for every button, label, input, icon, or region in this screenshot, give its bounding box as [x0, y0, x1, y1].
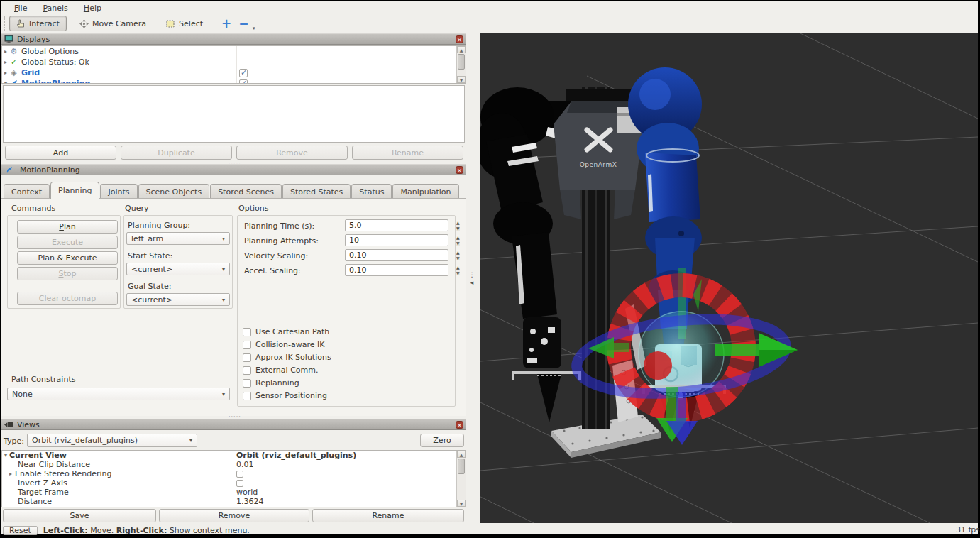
use-cartesian-path-checkbox[interactable]: [243, 328, 251, 336]
spin-buttons[interactable]: ▲▼: [456, 235, 460, 246]
rename-display-button[interactable]: Rename: [352, 146, 463, 160]
use-cartesian-path-option[interactable]: Use Cartesian Path: [243, 327, 329, 336]
remove-tool-dropdown-icon[interactable]: ▾: [253, 26, 255, 31]
scroll-down-icon[interactable]: ▼: [457, 500, 466, 507]
planning-attempts-input[interactable]: [346, 235, 456, 246]
tab-manipulation[interactable]: Manipulation: [392, 184, 458, 199]
menu-panels[interactable]: Panels: [35, 3, 75, 13]
select-tool-button[interactable]: Select: [159, 16, 210, 31]
displays-tree-scrollbar[interactable]: ▲ ▼: [456, 46, 466, 83]
statusbar: Reset Left-Click: Move. Right-Click: Sho…: [1, 525, 978, 535]
collision-aware-ik-checkbox[interactable]: [243, 341, 251, 349]
expander-icon[interactable]: ▸: [2, 48, 9, 55]
3d-viewport[interactable]: OpenArmX: [480, 33, 978, 523]
clear-octomap-button[interactable]: Clear octomap: [17, 292, 118, 305]
panel-collapse-handle[interactable]: ⋮◂: [468, 271, 475, 287]
toolbar-drag-handle[interactable]: [4, 16, 7, 31]
sensor-positioning-option[interactable]: Sensor Positioning: [243, 391, 327, 400]
views-tree-scrollbar[interactable]: ▲ ▼: [456, 451, 466, 507]
displays-close-icon[interactable]: ×: [456, 35, 463, 43]
stop-button[interactable]: Stop: [17, 267, 118, 280]
duplicate-display-button[interactable]: Duplicate: [121, 146, 232, 160]
tab-joints[interactable]: Joints: [100, 184, 137, 199]
views-panel-header[interactable]: Views ×: [1, 419, 466, 430]
scroll-down-icon[interactable]: ▼: [457, 76, 466, 83]
views-row-stereo[interactable]: ▸Enable Stereo Rendering: [2, 469, 466, 478]
add-display-button[interactable]: Add: [5, 146, 116, 160]
accel-scaling-input[interactable]: [346, 265, 456, 275]
spin-buttons[interactable]: ▲▼: [456, 265, 460, 275]
velocity-scaling-input[interactable]: [346, 250, 456, 260]
execute-button[interactable]: Execute: [17, 236, 118, 249]
replanning-checkbox[interactable]: [243, 379, 251, 388]
plan-and-execute-button[interactable]: Plan & Execute: [17, 251, 118, 265]
planning-attempts-spinbox[interactable]: ▲▼: [345, 234, 448, 246]
approx-ik-solutions-option[interactable]: Approx IK Solutions: [243, 353, 331, 362]
tab-planning[interactable]: Planning: [50, 182, 99, 199]
remove-display-button[interactable]: Remove: [236, 146, 348, 160]
scrollbar-thumb[interactable]: [458, 459, 465, 474]
motionplanning-close-icon[interactable]: ×: [456, 166, 463, 174]
sensor-positioning-checkbox[interactable]: [243, 392, 251, 400]
start-state-select[interactable]: <current>▾: [126, 263, 230, 275]
spin-buttons[interactable]: ▲▼: [456, 220, 460, 231]
expander-icon[interactable]: ▸: [2, 59, 9, 65]
views-row-target-frame[interactable]: Target Frame world: [2, 488, 466, 497]
planning-time-input[interactable]: [346, 220, 456, 231]
remove-tool-button[interactable]: −▾: [238, 16, 248, 31]
views-row-invert-z[interactable]: Invert Z Axis: [2, 478, 466, 488]
tree-row-motionplanning[interactable]: ▾ MotionPlanning: [2, 78, 466, 84]
planning-group-select[interactable]: left_arm▾: [126, 232, 230, 245]
motionplanning-enabled-checkbox[interactable]: [239, 79, 248, 84]
zero-button[interactable]: Zero: [420, 434, 464, 447]
grid-enabled-checkbox[interactable]: [239, 69, 248, 77]
accel-scaling-spinbox[interactable]: ▲▼: [345, 264, 448, 276]
stereo-rendering-checkbox[interactable]: [236, 471, 243, 478]
scroll-up-icon[interactable]: ▲: [457, 46, 466, 53]
scrollbar-thumb[interactable]: [458, 54, 465, 70]
tree-row-grid[interactable]: ▸ ◈ Grid: [2, 67, 466, 78]
save-view-button[interactable]: Save: [3, 509, 156, 522]
views-close-icon[interactable]: ×: [456, 421, 463, 429]
expander-icon[interactable]: ▾: [2, 452, 9, 459]
rename-view-button[interactable]: Rename: [312, 509, 464, 522]
replanning-option[interactable]: Replanning: [243, 378, 299, 388]
collision-aware-ik-option[interactable]: Collision-aware IK: [243, 340, 325, 349]
invert-z-axis-checkbox[interactable]: [236, 480, 243, 487]
menu-file[interactable]: File: [7, 3, 34, 13]
plan-button[interactable]: Plan: [17, 220, 118, 234]
external-comm-option[interactable]: External Comm.: [243, 366, 318, 375]
tab-context[interactable]: Context: [4, 184, 50, 199]
add-tool-button[interactable]: +: [221, 16, 231, 31]
tab-stored-scenes[interactable]: Stored Scenes: [210, 184, 282, 199]
views-row-distance[interactable]: Distance 1.3624: [2, 497, 466, 506]
interact-tool-button[interactable]: Interact: [9, 16, 67, 31]
spin-buttons[interactable]: ▲▼: [456, 250, 460, 260]
velocity-scaling-spinbox[interactable]: ▲▼: [345, 249, 448, 261]
displays-panel-header[interactable]: Displays ×: [1, 33, 466, 45]
commands-heading: Commands: [11, 204, 55, 213]
approx-ik-solutions-checkbox[interactable]: [243, 353, 251, 362]
path-constraints-select[interactable]: None▾: [7, 388, 230, 400]
external-comm-checkbox[interactable]: [243, 366, 251, 375]
planning-time-spinbox[interactable]: ▲▼: [345, 219, 448, 231]
gizmo-red-sphere[interactable]: [644, 351, 672, 380]
expander-icon[interactable]: ▾: [2, 80, 9, 84]
scroll-up-icon[interactable]: ▲: [457, 451, 466, 458]
expander-icon[interactable]: ▸: [2, 471, 9, 477]
remove-view-button[interactable]: Remove: [159, 509, 309, 522]
motionplanning-panel-header[interactable]: MotionPlanning ×: [1, 164, 466, 175]
tree-row-global-status[interactable]: ▸ ✓ Global Status: Ok: [2, 57, 466, 67]
views-row-current-view[interactable]: ▾ Current View Orbit (rviz_default_plugi…: [2, 451, 466, 460]
tab-stored-states[interactable]: Stored States: [282, 184, 351, 199]
expander-icon[interactable]: ▸: [2, 70, 9, 76]
tab-scene-objects[interactable]: Scene Objects: [138, 184, 210, 199]
tree-row-global-options[interactable]: ▸ ⚙ Global Options: [2, 46, 466, 57]
tab-status[interactable]: Status: [351, 184, 392, 199]
goal-state-select[interactable]: <current>▾: [126, 293, 230, 306]
reset-button[interactable]: Reset: [3, 526, 38, 535]
views-row-near-clip[interactable]: Near Clip Distance 0.01: [2, 460, 466, 469]
view-type-select[interactable]: Orbit (rviz_default_plugins)▾: [27, 434, 197, 447]
move-camera-tool-button[interactable]: Move Camera: [72, 16, 153, 31]
menu-help[interactable]: Help: [77, 3, 109, 13]
